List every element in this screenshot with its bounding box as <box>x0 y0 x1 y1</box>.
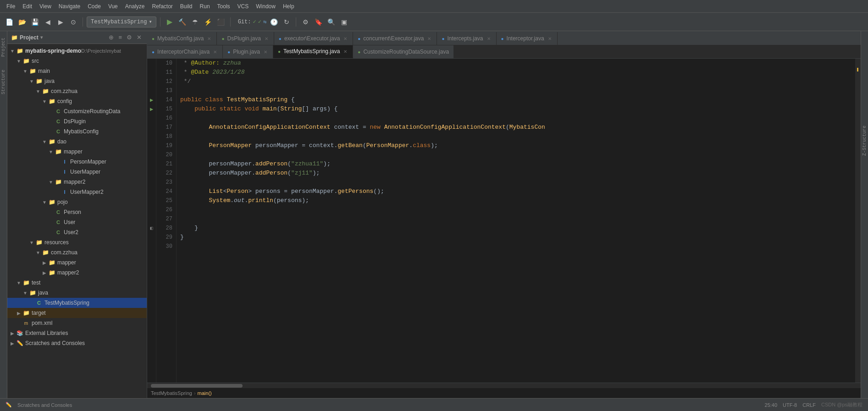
tab-testmybatisspring[interactable]: ● TestMybatisSpring.java ✕ <box>273 45 353 58</box>
tab-interceptorchain[interactable]: ● InterceptorChain.java ✕ <box>147 45 223 58</box>
tree-item-testmybatisspring[interactable]: C TestMybatisSpring <box>7 298 147 308</box>
tab-close-testmybatisspring[interactable]: ✕ <box>343 49 348 55</box>
tab-executor[interactable]: ● executor\Executor.java ✕ <box>274 32 353 45</box>
tree-item-main[interactable]: ▼ 📁 main <box>7 66 147 76</box>
menu-help[interactable]: Help <box>280 2 297 11</box>
menu-tools[interactable]: Tools <box>215 2 233 11</box>
tree-item-mapper-res[interactable]: ▶ 📁 mapper <box>7 258 147 268</box>
tab-close-dsplugin[interactable]: ✕ <box>264 36 269 42</box>
menu-vue[interactable]: Vue <box>105 2 121 11</box>
git-refresh-button[interactable]: ↻ <box>281 16 292 27</box>
tab-plugin[interactable]: ● Plugin.java ✕ <box>223 45 273 58</box>
tree-item-com-zzhua-res[interactable]: ▼ 📁 com.zzhua <box>7 247 147 258</box>
tab-customizerouting[interactable]: ● CustomizeRoutingDataSource.java <box>353 45 454 58</box>
settings-button[interactable]: ⚙ <box>300 16 311 27</box>
tab-concurrent-executor[interactable]: ● concurrent\Executor.java ✕ <box>353 32 437 45</box>
horizontal-scrollbar[interactable] <box>147 383 861 388</box>
structure-side-tab[interactable]: Structure <box>0 67 7 97</box>
recent-button[interactable]: ⊙ <box>68 16 79 27</box>
git-history-button[interactable]: 🕐 <box>268 16 279 27</box>
tree-item-target[interactable]: ▶ 📁 target <box>7 308 147 318</box>
tree-item-user2[interactable]: C User2 <box>7 227 147 237</box>
menu-run[interactable]: Run <box>197 2 213 11</box>
tree-item-pojo[interactable]: ▼ 📁 pojo <box>7 197 147 207</box>
scratches-label[interactable]: Scratches and Consoles <box>17 402 72 408</box>
code-editor[interactable]: * @Author: zzhua * @Date 2023/1/28 */ pu… <box>177 59 855 383</box>
run-method-icon[interactable]: ▶ <box>150 106 153 113</box>
build-button[interactable]: 🔨 <box>177 16 188 27</box>
tree-item-test[interactable]: ▼ 📁 test <box>7 278 147 288</box>
breadcrumb-class[interactable]: TestMybatisSpring <box>151 390 192 396</box>
tree-item-customize[interactable]: C CustomizeRoutingData <box>7 106 147 116</box>
gutter-line-15[interactable]: ▶ <box>147 104 156 114</box>
z-structure-tab[interactable]: Z-Structure <box>861 123 868 159</box>
tab-close-concurrent[interactable]: ✕ <box>426 36 432 42</box>
tab-close-interceptorchain[interactable]: ✕ <box>212 49 218 55</box>
tree-item-usermapper2[interactable]: I UserMapper2 <box>7 187 147 197</box>
tab-intercepts[interactable]: ● Intercepts.java ✕ <box>437 32 496 45</box>
tree-item-mapper[interactable]: ▼ 📁 mapper <box>7 147 147 157</box>
status-linesep[interactable]: CRLF <box>802 402 816 408</box>
menu-edit[interactable]: Edit <box>20 2 35 11</box>
tree-item-resources[interactable]: ▼ 📁 resources <box>7 237 147 247</box>
terminal-button[interactable]: ▣ <box>338 16 349 27</box>
menu-window[interactable]: Window <box>253 2 278 11</box>
tab-close-executor[interactable]: ✕ <box>343 36 348 42</box>
stop-button[interactable]: ⬛ <box>216 16 227 27</box>
tree-item-java[interactable]: ▼ 📁 java <box>7 76 147 86</box>
menu-analyze[interactable]: Analyze <box>122 2 148 11</box>
tree-item-root[interactable]: ▼ 📁 mybatis-spring-demo D:\Projects\myba… <box>7 46 147 56</box>
tree-item-personmapper[interactable]: I PersonMapper <box>7 157 147 167</box>
run-class-icon[interactable]: ▶ <box>150 97 153 104</box>
tree-item-src[interactable]: ▼ 📁 src <box>7 56 147 66</box>
tree-item-mapper2-res[interactable]: ▶ 📁 mapper2 <box>7 268 147 278</box>
tree-item-dao[interactable]: ▼ 📁 dao <box>7 137 147 147</box>
run-button[interactable]: ▶ <box>164 16 175 27</box>
back-button[interactable]: ◀ <box>42 16 53 27</box>
menu-view[interactable]: View <box>37 2 54 11</box>
tab-close-plugin[interactable]: ✕ <box>263 49 268 55</box>
new-file-button[interactable]: 📄 <box>4 16 15 27</box>
tab-dsplugin[interactable]: ● DsPlugin.java ✕ <box>217 32 274 45</box>
status-encoding[interactable]: UTF-8 <box>783 402 797 408</box>
menu-code[interactable]: Code <box>85 2 104 11</box>
menu-file[interactable]: File <box>4 2 18 11</box>
tree-item-mapper2[interactable]: ▼ 📁 mapper2 <box>7 177 147 187</box>
save-button[interactable]: 💾 <box>29 16 40 27</box>
settings-tree-button[interactable]: ⚙ <box>125 33 133 41</box>
tree-item-mybatisconfig[interactable]: C MybatisConfig <box>7 126 147 137</box>
breadcrumb-method[interactable]: main() <box>198 390 212 396</box>
tree-item-scratches[interactable]: ▶ ✏️ Scratches and Consoles <box>7 338 147 348</box>
tree-item-java-test[interactable]: ▼ 📁 java <box>7 288 147 298</box>
bookmarks-button[interactable]: 🔖 <box>313 16 324 27</box>
tab-close-intercepts[interactable]: ✕ <box>486 36 492 42</box>
collapse-all-button[interactable]: ≡ <box>117 33 123 41</box>
tree-item-person[interactable]: C Person <box>7 207 147 217</box>
tree-item-user[interactable]: C User <box>7 217 147 227</box>
tab-interceptor[interactable]: ● Interceptor.java ✕ <box>497 32 558 45</box>
project-dropdown-arrow[interactable]: ▾ <box>40 35 43 40</box>
locate-file-button[interactable]: ⊕ <box>107 33 115 41</box>
menu-build[interactable]: Build <box>177 2 195 11</box>
tree-item-config[interactable]: ▼ 📁 config <box>7 96 147 106</box>
scrollbar-thumb[interactable] <box>151 384 243 388</box>
search-everywhere-button[interactable]: 🔍 <box>326 16 337 27</box>
menu-vcs[interactable]: VCS <box>235 2 252 11</box>
menu-navigate[interactable]: Navigate <box>56 2 83 11</box>
project-side-tab[interactable]: Project <box>0 35 7 60</box>
tab-close-interceptor[interactable]: ✕ <box>547 36 553 42</box>
tree-item-com-zzhua[interactable]: ▼ 📁 com.zzhua <box>7 86 147 96</box>
fold-icon-28[interactable]: ◧ <box>150 225 153 231</box>
tree-item-external-libs[interactable]: ▶ 📚 External Libraries <box>7 328 147 338</box>
coverage-button[interactable]: ☂ <box>190 16 201 27</box>
open-button[interactable]: 📂 <box>17 16 28 27</box>
project-dropdown[interactable]: TestMybatisSpring ▾ <box>87 16 156 27</box>
tree-item-usermapper[interactable]: I UserMapper <box>7 167 147 177</box>
forward-button[interactable]: ▶ <box>55 16 66 27</box>
menu-refactor[interactable]: Refactor <box>149 2 176 11</box>
tab-mybatisconfig[interactable]: ● MybatisConfig.java ✕ <box>147 32 217 45</box>
tree-item-pom[interactable]: m pom.xml <box>7 318 147 328</box>
gutter-line-14[interactable]: ▶ <box>147 95 156 104</box>
tree-item-dsplugin[interactable]: C DsPlugin <box>7 116 147 126</box>
close-panel-button[interactable]: ✕ <box>135 33 143 41</box>
